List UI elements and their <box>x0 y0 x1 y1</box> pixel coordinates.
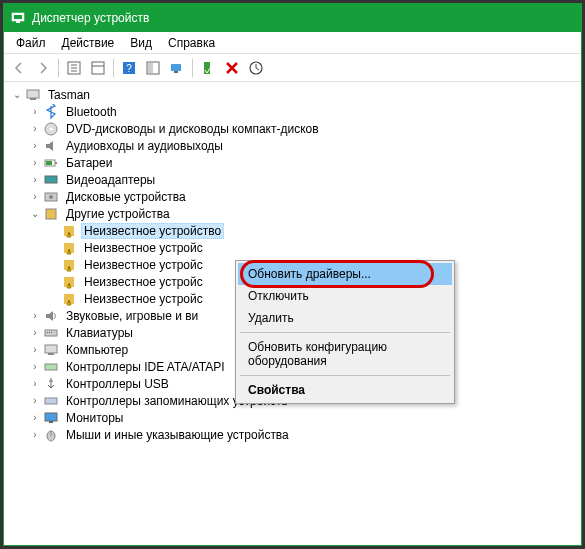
svg-point-26 <box>49 195 53 199</box>
svg-rect-51 <box>45 413 57 421</box>
svg-rect-52 <box>49 421 53 423</box>
app-icon <box>10 10 26 26</box>
warning-icon: ! <box>61 223 77 239</box>
menu-view[interactable]: Вид <box>122 34 160 52</box>
show-hide-tree-button[interactable] <box>63 57 85 79</box>
display-adapter-icon <box>43 172 59 188</box>
tree-item-mouse[interactable]: › Мыши и иные указывающие устройства <box>6 426 581 443</box>
svg-rect-1 <box>14 15 22 19</box>
chevron-right-icon[interactable]: › <box>28 411 42 425</box>
tree-item-battery[interactable]: › Батареи <box>6 154 581 171</box>
warning-icon: ! <box>61 257 77 273</box>
separator <box>192 59 193 77</box>
tree-item-monitor[interactable]: › Мониторы <box>6 409 581 426</box>
chevron-right-icon[interactable]: › <box>28 122 42 136</box>
svg-rect-13 <box>171 64 181 71</box>
other-icon <box>43 206 59 222</box>
chevron-right-icon[interactable]: › <box>28 190 42 204</box>
separator <box>240 375 450 376</box>
chevron-right-icon[interactable]: › <box>28 139 42 153</box>
svg-rect-50 <box>45 398 57 404</box>
svg-rect-14 <box>174 71 178 73</box>
usb-icon <box>43 376 59 392</box>
tree-item-audio[interactable]: › Аудиовходы и аудиовыходы <box>6 137 581 154</box>
svg-rect-18 <box>30 98 36 100</box>
view-details-button[interactable] <box>142 57 164 79</box>
context-disable[interactable]: Отключить <box>238 285 452 307</box>
svg-rect-22 <box>55 162 57 164</box>
chevron-right-icon[interactable]: › <box>28 173 42 187</box>
window-title: Диспетчер устройств <box>32 11 149 25</box>
svg-rect-23 <box>46 161 52 165</box>
warning-icon: ! <box>61 240 77 256</box>
chevron-down-icon[interactable]: ⌄ <box>10 88 24 102</box>
chevron-right-icon[interactable]: › <box>28 428 42 442</box>
chevron-right-icon[interactable]: › <box>28 377 42 391</box>
svg-rect-24 <box>45 176 57 183</box>
warning-icon: ! <box>61 291 77 307</box>
tree-item-unknown-2[interactable]: ! Неизвестное устройс <box>6 239 581 256</box>
context-properties[interactable]: Свойства <box>238 379 452 401</box>
enable-button[interactable] <box>197 57 219 79</box>
tree-root[interactable]: ⌄ Tasman <box>6 86 581 103</box>
warning-icon: ! <box>61 274 77 290</box>
svg-rect-12 <box>148 63 153 73</box>
audio-icon <box>43 138 59 154</box>
tree-item-other[interactable]: ⌄ Другие устройства <box>6 205 581 222</box>
separator <box>240 332 450 333</box>
uninstall-button[interactable] <box>221 57 243 79</box>
back-button[interactable] <box>8 57 30 79</box>
computer-icon <box>43 342 59 358</box>
context-update-drivers[interactable]: Обновить драйверы... <box>238 263 452 285</box>
chevron-down-icon[interactable]: ⌄ <box>28 207 42 221</box>
svg-point-20 <box>50 127 53 130</box>
svg-rect-46 <box>51 332 52 333</box>
context-menu: Обновить драйверы... Отключить Удалить О… <box>235 260 455 404</box>
tree-item-dvd[interactable]: › DVD-дисководы и дисководы компакт-диск… <box>6 120 581 137</box>
titlebar: Диспетчер устройств <box>4 4 581 32</box>
help-button[interactable]: ? <box>118 57 140 79</box>
svg-rect-49 <box>45 364 57 370</box>
chevron-right-icon[interactable]: › <box>28 360 42 374</box>
sound-icon <box>43 308 59 324</box>
forward-button[interactable] <box>32 57 54 79</box>
scan-hardware-button[interactable] <box>166 57 188 79</box>
tree-item-unknown-1[interactable]: ! Неизвестное устройство <box>6 222 581 239</box>
keyboard-icon <box>43 325 59 341</box>
svg-rect-44 <box>47 332 48 333</box>
separator <box>113 59 114 77</box>
svg-rect-17 <box>27 90 39 98</box>
disk-icon <box>43 189 59 205</box>
svg-rect-7 <box>92 62 104 74</box>
context-scan-hardware[interactable]: Обновить конфигурацию оборудования <box>238 336 452 372</box>
menubar: Файл Действие Вид Справка <box>4 32 581 54</box>
mouse-icon <box>43 427 59 443</box>
monitor-icon <box>43 410 59 426</box>
separator <box>58 59 59 77</box>
svg-text:?: ? <box>126 63 132 74</box>
menu-action[interactable]: Действие <box>54 34 123 52</box>
menu-help[interactable]: Справка <box>160 34 223 52</box>
chevron-right-icon[interactable]: › <box>28 309 42 323</box>
svg-rect-47 <box>45 345 57 353</box>
chevron-right-icon[interactable]: › <box>28 394 42 408</box>
tree-item-bluetooth[interactable]: › Bluetooth <box>6 103 581 120</box>
chevron-right-icon[interactable]: › <box>28 156 42 170</box>
update-driver-button[interactable] <box>245 57 267 79</box>
menu-file[interactable]: Файл <box>8 34 54 52</box>
battery-icon <box>43 155 59 171</box>
tree-item-disk[interactable]: › Дисковые устройства <box>6 188 581 205</box>
properties-button[interactable] <box>87 57 109 79</box>
tree-item-video[interactable]: › Видеоадаптеры <box>6 171 581 188</box>
svg-rect-27 <box>46 209 56 219</box>
context-delete[interactable]: Удалить <box>238 307 452 329</box>
chevron-right-icon[interactable]: › <box>28 105 42 119</box>
chevron-right-icon[interactable]: › <box>28 343 42 357</box>
svg-rect-48 <box>48 353 54 355</box>
bluetooth-icon <box>43 104 59 120</box>
toolbar: ? <box>4 54 581 82</box>
svg-rect-2 <box>16 21 20 23</box>
chevron-right-icon[interactable]: › <box>28 326 42 340</box>
disc-icon <box>43 121 59 137</box>
computer-icon <box>25 87 41 103</box>
